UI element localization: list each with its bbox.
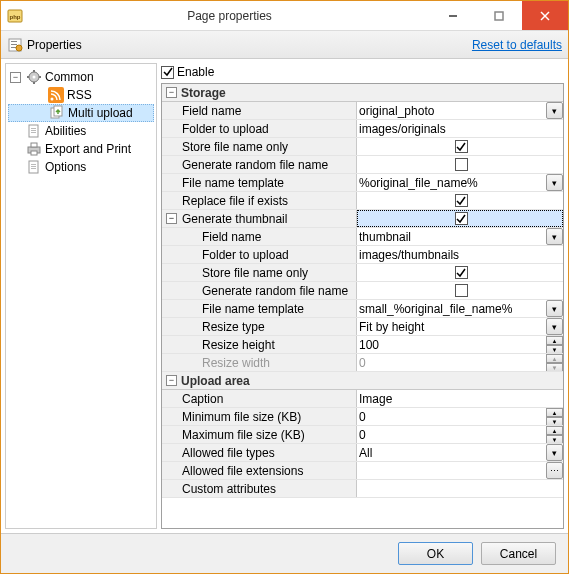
- section-storage[interactable]: − Storage: [162, 84, 563, 102]
- tree-item-common[interactable]: − Common: [8, 68, 154, 86]
- tree-item-rss[interactable]: RSS: [8, 86, 154, 104]
- tree-item-multi-upload[interactable]: Multi upload: [8, 104, 154, 122]
- svg-rect-7: [11, 41, 17, 42]
- toolbar: Properties Reset to defaults: [1, 31, 568, 59]
- row-t-resize-height[interactable]: Resize height 100▲▼: [162, 336, 563, 354]
- prop-value[interactable]: original_photo: [359, 104, 434, 118]
- prop-value[interactable]: thumbnail: [359, 230, 411, 244]
- row-allowed-types[interactable]: Allowed file types All▾: [162, 444, 563, 462]
- page-properties-dialog: php Page properties Properties Reset to …: [0, 0, 569, 574]
- prop-value[interactable]: images/originals: [359, 122, 446, 136]
- prop-label: Field name: [182, 104, 241, 118]
- dropdown-button[interactable]: ▾: [546, 228, 563, 245]
- row-store-fn-only[interactable]: Store file name only: [162, 138, 563, 156]
- row-field-name[interactable]: Field name original_photo▾: [162, 102, 563, 120]
- cancel-button[interactable]: Cancel: [481, 542, 556, 565]
- spin-buttons[interactable]: ▲▼: [546, 336, 563, 353]
- prop-label: Resize height: [202, 338, 275, 352]
- row-t-gen-random[interactable]: Generate random file name: [162, 282, 563, 300]
- prop-label: Minimum file size (KB): [182, 410, 301, 424]
- dialog-body: − Common RSS Multi upload Abilities Expo…: [1, 59, 568, 533]
- svg-rect-24: [31, 132, 36, 133]
- properties-icon: [7, 37, 23, 53]
- titlebar: php Page properties: [1, 1, 568, 31]
- dialog-footer: OK Cancel: [1, 533, 568, 573]
- checkbox[interactable]: [455, 158, 468, 171]
- prop-label: Custom attributes: [182, 482, 276, 496]
- category-tree[interactable]: − Common RSS Multi upload Abilities Expo…: [5, 63, 157, 529]
- row-custom-attrs[interactable]: Custom attributes: [162, 480, 563, 498]
- prop-label: Replace file if exists: [182, 194, 288, 208]
- svg-rect-8: [11, 44, 17, 45]
- row-min-size[interactable]: Minimum file size (KB) 0▲▼: [162, 408, 563, 426]
- row-t-resize-width[interactable]: Resize width 0▲▼: [162, 354, 563, 372]
- prop-value[interactable]: small_%original_file_name%: [359, 302, 512, 316]
- section-label: Storage: [181, 86, 226, 100]
- row-t-field-name[interactable]: Field name thumbnail▾: [162, 228, 563, 246]
- prop-label: Resize type: [202, 320, 265, 334]
- row-replace-if-exists[interactable]: Replace file if exists: [162, 192, 563, 210]
- row-allowed-ext[interactable]: Allowed file extensions ⋯: [162, 462, 563, 480]
- prop-label: Generate thumbnail: [182, 212, 287, 226]
- prop-value[interactable]: %original_file_name%: [359, 176, 478, 190]
- prop-value[interactable]: 0: [359, 428, 366, 442]
- collapse-icon[interactable]: −: [166, 87, 177, 98]
- prop-value[interactable]: Image: [359, 392, 392, 406]
- printer-icon: [26, 141, 42, 157]
- checkbox[interactable]: [455, 194, 468, 207]
- prop-value[interactable]: All: [359, 446, 372, 460]
- prop-label: Field name: [202, 230, 261, 244]
- checkbox[interactable]: [455, 284, 468, 297]
- prop-value[interactable]: Fit by height: [359, 320, 424, 334]
- window-title: Page properties: [29, 9, 430, 23]
- tree-label: Multi upload: [68, 106, 133, 120]
- tree-label: Common: [45, 70, 94, 84]
- checkbox[interactable]: [455, 212, 468, 225]
- tree-item-options[interactable]: Options: [8, 158, 154, 176]
- row-t-fn-template[interactable]: File name template small_%original_file_…: [162, 300, 563, 318]
- svg-text:php: php: [10, 14, 21, 20]
- dropdown-button[interactable]: ▾: [546, 102, 563, 119]
- reset-to-defaults-link[interactable]: Reset to defaults: [472, 38, 562, 52]
- section-upload-area[interactable]: − Upload area: [162, 372, 563, 390]
- prop-label: Store file name only: [202, 266, 308, 280]
- row-t-resize-type[interactable]: Resize type Fit by height▾: [162, 318, 563, 336]
- tree-label: RSS: [67, 88, 92, 102]
- close-button[interactable]: [522, 1, 568, 30]
- dropdown-button[interactable]: ▾: [546, 300, 563, 317]
- row-gen-random[interactable]: Generate random file name: [162, 156, 563, 174]
- tree-label: Abilities: [45, 124, 86, 138]
- minimize-button[interactable]: [430, 1, 476, 30]
- checkbox[interactable]: [455, 140, 468, 153]
- ellipsis-button[interactable]: ⋯: [546, 462, 563, 479]
- row-caption[interactable]: Caption Image: [162, 390, 563, 408]
- enable-checkbox[interactable]: [161, 66, 174, 79]
- spin-buttons[interactable]: ▲▼: [546, 426, 563, 443]
- prop-value[interactable]: 0: [359, 410, 366, 424]
- property-grid: − Storage Field name original_photo▾ Fol…: [161, 83, 564, 529]
- ok-button[interactable]: OK: [398, 542, 473, 565]
- svg-rect-29: [31, 164, 36, 165]
- dropdown-button[interactable]: ▾: [546, 318, 563, 335]
- row-max-size[interactable]: Maximum file size (KB) 0▲▼: [162, 426, 563, 444]
- maximize-button[interactable]: [476, 1, 522, 30]
- row-fn-template[interactable]: File name template %original_file_name%▾: [162, 174, 563, 192]
- row-t-folder-upload[interactable]: Folder to upload images/thumbnails: [162, 246, 563, 264]
- collapse-icon[interactable]: −: [10, 72, 21, 83]
- tree-item-export-print[interactable]: Export and Print: [8, 140, 154, 158]
- tree-item-abilities[interactable]: Abilities: [8, 122, 154, 140]
- row-generate-thumbnail[interactable]: −Generate thumbnail: [162, 210, 563, 228]
- prop-label: Maximum file size (KB): [182, 428, 305, 442]
- prop-label: File name template: [182, 176, 284, 190]
- prop-value[interactable]: 100: [359, 338, 379, 352]
- collapse-icon[interactable]: −: [166, 375, 177, 386]
- row-folder-upload[interactable]: Folder to upload images/originals: [162, 120, 563, 138]
- checkbox[interactable]: [455, 266, 468, 279]
- tree-label: Export and Print: [45, 142, 131, 156]
- collapse-icon[interactable]: −: [166, 213, 177, 224]
- prop-value[interactable]: images/thumbnails: [359, 248, 459, 262]
- spin-buttons[interactable]: ▲▼: [546, 408, 563, 425]
- row-t-store-fn-only[interactable]: Store file name only: [162, 264, 563, 282]
- dropdown-button[interactable]: ▾: [546, 444, 563, 461]
- dropdown-button[interactable]: ▾: [546, 174, 563, 191]
